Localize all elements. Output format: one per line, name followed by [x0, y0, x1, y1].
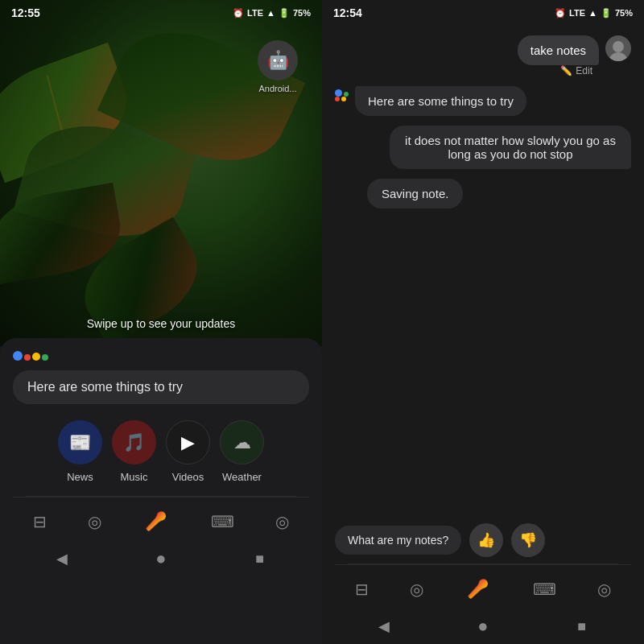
left-alarm-icon: ⏰ — [233, 8, 244, 19]
suggestion-grid: 📰 News 🎵 Music ▶ Videos ☁ Weath — [13, 420, 309, 483]
right-home-button[interactable]: ● — [471, 618, 495, 634]
right-keyboard-icon[interactable]: ⌨ — [533, 580, 556, 599]
news-icon: 📰 — [69, 432, 91, 453]
user-avatar — [605, 35, 631, 61]
edit-link[interactable]: ✏️ Edit — [560, 65, 592, 76]
home-button[interactable]: ● — [149, 551, 173, 567]
weather-icon: ☁ — [233, 432, 251, 453]
right-nav-bar: ⊟ ◎ 🎤 ⌨ ◎ — [335, 564, 631, 610]
thumbs-up-icon: 👍 — [477, 531, 495, 549]
edit-label: Edit — [576, 65, 592, 76]
user-message-row: take notes ✏️ Edit — [335, 35, 631, 76]
suggestion-news[interactable]: 📰 News — [58, 420, 102, 483]
user-bubble-take-notes: take notes — [518, 35, 599, 65]
thumbs-up-button[interactable]: 👍 — [469, 523, 503, 557]
left-things-to-try: Here are some things to try — [13, 370, 309, 404]
left-lte-label: LTE — [247, 8, 263, 18]
dot-green — [42, 354, 48, 361]
left-status-icons: ⏰ LTE ▲ 🔋 75% — [233, 8, 311, 19]
mic-button[interactable]: 🎤 — [142, 507, 171, 536]
right-battery-pct: 75% — [615, 8, 633, 18]
left-panel: 12:55 ⏰ LTE ▲ 🔋 75% 🤖 Android... Swipe u… — [0, 0, 322, 644]
thumbs-down-button[interactable]: 👎 — [511, 523, 545, 557]
recents-button[interactable]: ■ — [248, 551, 272, 567]
dot-y — [341, 97, 346, 101]
keyboard-icon[interactable]: ⌨ — [211, 512, 234, 531]
assistant-bubble-1: Here are some things to try — [355, 86, 526, 116]
right-panel: 12:54 ⏰ LTE ▲ 🔋 75% take notes — [322, 0, 644, 644]
news-label: News — [67, 471, 93, 483]
right-compass-icon[interactable]: ◎ — [597, 580, 611, 599]
right-mic-icon: 🎤 — [467, 579, 489, 600]
videos-label: Videos — [172, 471, 204, 483]
mic-icon: 🎤 — [145, 511, 167, 532]
saving-note-row: Saving note. — [335, 179, 631, 208]
left-bottom-sheet: Here are some things to try 📰 News 🎵 Mus… — [0, 338, 322, 644]
music-icon-bg: 🎵 — [112, 420, 156, 464]
assistant-row-1: Here are some things to try — [335, 86, 631, 116]
right-lte-label: LTE — [569, 8, 585, 18]
suggestion-videos[interactable]: ▶ Videos — [166, 420, 210, 483]
compass-icon[interactable]: ◎ — [275, 512, 289, 531]
videos-icon: ▶ — [181, 432, 195, 453]
assistant-bubble-2: it does not matter how slowly you go as … — [390, 126, 631, 169]
suggestion-weather[interactable]: ☁ Weather — [220, 420, 264, 483]
swipe-text: Swipe up to see your updates — [87, 317, 235, 330]
music-icon: 🎵 — [123, 432, 145, 453]
left-status-bar: 12:55 ⏰ LTE ▲ 🔋 75% — [0, 0, 322, 23]
android-icon: 🤖 — [258, 40, 298, 80]
music-label: Music — [121, 471, 148, 483]
assistant-quote-row: it does not matter how slowly you go as … — [335, 126, 631, 169]
left-battery-pct: 75% — [293, 8, 311, 18]
svg-point-1 — [609, 52, 628, 61]
right-status-icons: ⏰ LTE ▲ 🔋 75% — [555, 8, 633, 19]
left-nav-bar: ⊟ ◎ 🎤 ⌨ ◎ — [13, 497, 309, 543]
thumbs-down-icon: 👎 — [519, 531, 537, 549]
videos-icon-bg: ▶ — [166, 420, 210, 464]
right-alarm-icon: ⏰ — [555, 8, 566, 19]
suggestion-music[interactable]: 🎵 Music — [112, 420, 156, 483]
dot-r — [335, 97, 340, 101]
news-icon-bg: 📰 — [58, 420, 102, 464]
right-bottom: What are my notes? 👍 👎 ⊟ ◎ 🎤 ⌨ ◎ ◀ ● ■ — [322, 514, 644, 644]
android-label: Android... — [258, 84, 296, 93]
pencil-icon: ✏️ — [560, 65, 572, 76]
weather-label: Weather — [222, 471, 262, 483]
left-signal-icon: ▲ — [266, 8, 275, 18]
right-signal-icon: ▲ — [588, 8, 597, 18]
left-system-nav: ◀ ● ■ — [13, 543, 309, 576]
dot-red — [24, 354, 31, 361]
dot-yellow — [32, 353, 40, 361]
lens-icon[interactable]: ◎ — [88, 512, 101, 531]
back-button[interactable]: ◀ — [50, 551, 74, 567]
dot-blue — [13, 351, 23, 361]
right-lens-icon[interactable]: ◎ — [410, 580, 423, 599]
suggestion-pill-row: What are my notes? 👍 👎 — [335, 523, 631, 557]
right-mic-button[interactable]: 🎤 — [464, 575, 493, 604]
left-time: 12:55 — [11, 6, 40, 19]
right-chat-area: take notes ✏️ Edit — [322, 23, 644, 514]
google-dots — [13, 351, 48, 361]
right-battery-icon: 🔋 — [601, 8, 612, 19]
saving-note-bubble: Saving note. — [367, 179, 463, 208]
notes-suggestion-pill[interactable]: What are my notes? — [335, 526, 461, 555]
android-icon-wrapper[interactable]: 🤖 Android... — [258, 40, 298, 93]
left-battery-icon: 🔋 — [279, 8, 290, 19]
right-recents-button[interactable]: ■ — [570, 618, 594, 634]
feed-icon[interactable]: ⊟ — [33, 512, 47, 531]
assistant-dots-1 — [335, 89, 349, 101]
dot-b — [335, 89, 342, 97]
right-time: 12:54 — [333, 6, 362, 19]
wallpaper: 12:55 ⏰ LTE ▲ 🔋 75% 🤖 Android... Swipe u… — [0, 0, 322, 346]
right-back-button[interactable]: ◀ — [372, 618, 396, 634]
left-assistant-logo — [13, 351, 309, 361]
right-feed-icon[interactable]: ⊟ — [355, 580, 369, 599]
svg-point-0 — [613, 41, 624, 52]
right-system-nav: ◀ ● ■ — [335, 610, 631, 644]
weather-icon-bg: ☁ — [220, 420, 264, 464]
right-status-bar: 12:54 ⏰ LTE ▲ 🔋 75% — [322, 0, 644, 23]
